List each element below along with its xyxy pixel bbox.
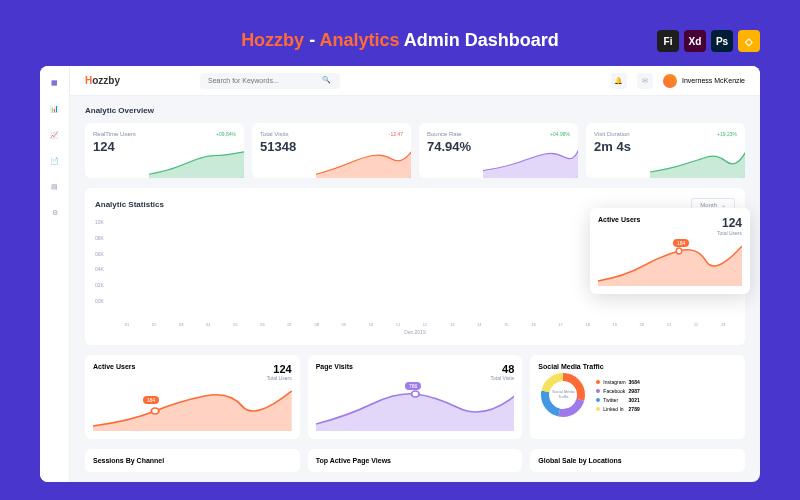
popup-value: 124: [717, 216, 742, 230]
ps-icon: Ps: [711, 30, 733, 52]
stat-bounce-rate[interactable]: Bounce Rate +04.98% 74.94%: [419, 123, 578, 178]
xd-icon: Xd: [684, 30, 706, 52]
svg-point-1: [151, 408, 158, 414]
card-title: Page Visits: [316, 363, 353, 370]
area-chart-icon: [93, 386, 292, 431]
chevron-down-icon: ⌄: [721, 201, 726, 208]
active-users-card[interactable]: Active Users 124Total Users 184: [85, 355, 300, 439]
area-chart-icon: [598, 241, 742, 286]
statistics-card: Analytic Statistics Month⌄ 10K08K06K04K0…: [85, 188, 745, 345]
sessions-card[interactable]: Sessions By Channel: [85, 449, 300, 472]
sparkline-icon: [483, 148, 578, 178]
promo-sub: Admin Dashboard: [400, 30, 559, 50]
svg-point-0: [676, 248, 681, 254]
sparkline-icon: [650, 148, 745, 178]
nav-dashboard-icon[interactable]: ▦: [48, 76, 62, 90]
overview-title: Analytic Overview: [85, 106, 745, 115]
popup-title: Active Users: [598, 216, 640, 223]
card-title: Social Media Traffic: [538, 363, 603, 370]
nav-calendar-icon[interactable]: ▤: [48, 180, 62, 194]
stat-total-visits[interactable]: Total Visits -12.47 51348: [252, 123, 411, 178]
sidebar: ▦ 📊 📈 📄 ▤ ⚙: [40, 66, 70, 482]
topbar: Hozzby 🔍 🔔 ✉ Inverness McKenzie: [70, 66, 760, 96]
nav-analytics-icon[interactable]: 📊: [48, 102, 62, 116]
card-title: Active Users: [93, 363, 135, 370]
social-traffic-card[interactable]: Social Media Traffic Social Media Traffi…: [530, 355, 745, 439]
avatar: [663, 74, 677, 88]
sparkline-icon: [149, 148, 244, 178]
donut-chart: Social Media Traffic: [538, 370, 588, 420]
promo-brand: Hozzby: [241, 30, 304, 50]
x-axis-label: Dec 2019: [95, 329, 735, 335]
sparkline-icon: [316, 148, 411, 178]
y-axis: 10K08K06K04K02K00K: [95, 219, 104, 304]
figma-icon: Fi: [657, 30, 679, 52]
tool-icons: Fi Xd Ps ◇: [657, 30, 760, 52]
point-label: 786: [405, 382, 421, 390]
message-icon[interactable]: ✉: [637, 73, 653, 89]
notification-icon[interactable]: 🔔: [611, 73, 627, 89]
search-input[interactable]: [208, 77, 322, 84]
stats-row: RealTime Users +09.84% 124 Total Visits …: [85, 123, 745, 178]
popup-sub: Total Users: [717, 230, 742, 236]
stat-visit-duration[interactable]: Visit Duration +19.23% 2m 4s: [586, 123, 745, 178]
stat-realtime-users[interactable]: RealTime Users +09.84% 124: [85, 123, 244, 178]
promo-header: Hozzby - Analytics Admin Dashboard Fi Xd…: [40, 30, 760, 51]
user-name: Inverness McKenzie: [682, 77, 745, 84]
logo[interactable]: Hozzby: [85, 75, 120, 86]
nav-settings-icon[interactable]: ⚙: [48, 206, 62, 220]
legend: Instagram3684 Facebook2987 Twitter3021 L…: [596, 379, 639, 412]
app-window: ▦ 📊 📈 📄 ▤ ⚙ Hozzby 🔍 🔔 ✉ Inverness McKen…: [40, 66, 760, 482]
search-icon[interactable]: 🔍: [322, 76, 332, 86]
sketch-icon: ◇: [738, 30, 760, 52]
point-label: 184: [673, 239, 689, 247]
search-box[interactable]: 🔍: [200, 73, 340, 89]
global-sale-card[interactable]: Global Sale by Locations: [530, 449, 745, 472]
promo-dash: -: [304, 30, 319, 50]
statistics-title: Analytic Statistics: [95, 200, 164, 209]
user-menu[interactable]: Inverness McKenzie: [663, 74, 745, 88]
promo-analytics: Analytics: [319, 30, 399, 50]
donut-center-label: Social Media Traffic: [551, 390, 576, 400]
nav-document-icon[interactable]: 📄: [48, 154, 62, 168]
area-chart-icon: [316, 386, 515, 431]
page-visits-card[interactable]: Page Visits 48Total Visits 786: [308, 355, 523, 439]
active-users-popup: Active Users 124 Total Users 184: [590, 208, 750, 294]
svg-point-2: [411, 391, 418, 397]
nav-chart-icon[interactable]: 📈: [48, 128, 62, 142]
point-label: 184: [143, 396, 159, 404]
top-pages-card[interactable]: Top Active Page Views: [308, 449, 523, 472]
